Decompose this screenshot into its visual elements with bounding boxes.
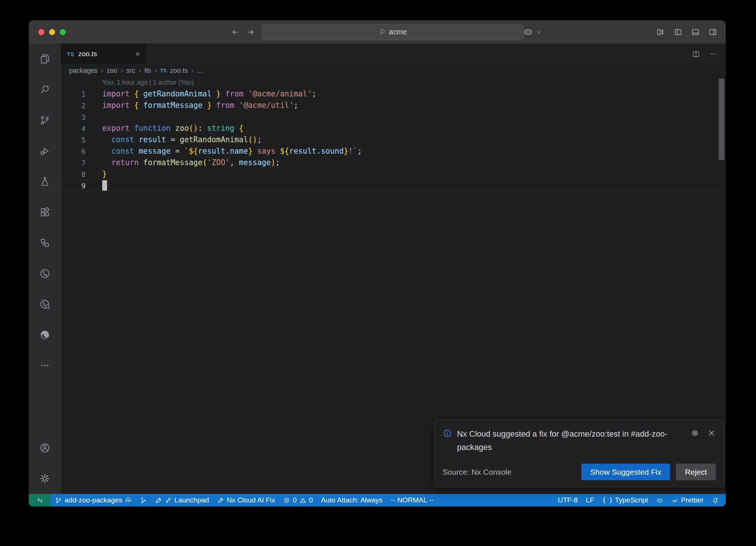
line-number: 9 (61, 182, 86, 190)
status-item-nx-cloud-ai-fix[interactable]: Nx Cloud AI Fix (213, 494, 279, 506)
activity-item-extensions[interactable] (29, 197, 61, 228)
wrench-icon (217, 497, 224, 504)
zoom-window-button[interactable] (60, 29, 66, 35)
status-label: Auto Attach: Always (321, 496, 382, 504)
search-value: acme (389, 28, 407, 36)
activity-bar (29, 44, 61, 494)
status-item-language[interactable]: { }TypeScript (598, 494, 652, 506)
notification-settings-gear-icon[interactable] (691, 429, 699, 437)
layout-panel-icon[interactable] (691, 28, 700, 37)
code-line-4: 4export function zoo(): string { (61, 123, 726, 134)
title-bar: acme (29, 20, 726, 44)
chevron-right-icon: › (191, 66, 194, 74)
activity-item-edge-tools[interactable] (29, 320, 61, 350)
line-number: 2 (61, 102, 86, 110)
back-arrow-icon[interactable] (231, 28, 240, 37)
layout-secondary-sidebar-icon[interactable] (708, 28, 717, 37)
status-item-encoding[interactable]: UTF-8 (554, 494, 582, 506)
warning-icon (299, 497, 306, 504)
activity-item-more[interactable] (29, 350, 61, 381)
notification-close-icon[interactable] (707, 429, 716, 437)
status-item-branch[interactable]: add-zoo-packages (51, 494, 136, 506)
close-window-button[interactable] (38, 29, 44, 35)
customize-layout-icon[interactable] (656, 28, 665, 37)
breadcrumb: packages›zoo›src›lib›TSzoo.ts›... (61, 64, 726, 77)
status-item-source-control-graph[interactable] (136, 494, 151, 506)
status-item-launchpad[interactable]: Launchpad (151, 494, 213, 506)
status-item-copilot[interactable] (652, 494, 667, 506)
breadcrumb-item-zoo[interactable]: zoo (107, 67, 117, 75)
status-label: LF (586, 496, 594, 504)
activity-item-nx-cloud[interactable] (29, 289, 61, 320)
window-controls (38, 20, 66, 44)
activity-item-run-debug[interactable] (29, 136, 61, 166)
activity-item-nx-project[interactable] (29, 228, 61, 258)
code-lines: 1import { getRandomAnimal } from '@acme/… (61, 88, 726, 191)
line-number: 5 (61, 136, 86, 144)
more-actions-icon[interactable] (709, 50, 718, 58)
split-editor-icon[interactable] (692, 50, 700, 58)
forward-arrow-icon[interactable] (246, 28, 255, 37)
notification-source: Source: Nx Console (443, 468, 512, 477)
breadcrumb-item-packages[interactable]: packages (69, 67, 97, 75)
status-item-auto-attach[interactable]: Auto Attach: Always (317, 494, 386, 506)
code-text: export function zoo(): string { (86, 123, 244, 134)
layout-sidebar-icon[interactable] (674, 28, 683, 37)
title-center: acme (231, 20, 524, 44)
chevron-right-icon: › (101, 66, 103, 74)
status-label: TypeScript (615, 496, 648, 504)
minimize-window-button[interactable] (49, 29, 55, 35)
bell-dot-icon (712, 497, 719, 504)
show-suggested-fix-button[interactable]: Show Suggested Fix (581, 464, 670, 480)
line-number: 7 (61, 159, 86, 167)
typescript-file-icon: TS (67, 51, 74, 57)
breadcrumb-item-src[interactable]: src (126, 67, 135, 75)
status-item-notifications[interactable] (708, 494, 723, 506)
notification-buttons: Show Suggested Fix Reject (581, 464, 716, 480)
code-line-6: 6 const message = `${result.name} says $… (61, 146, 726, 157)
search-icon (379, 28, 386, 35)
status-item-formatter[interactable]: Prettier (667, 494, 708, 506)
activity-item-search[interactable] (29, 74, 61, 105)
activity-item-accounts[interactable] (29, 433, 61, 463)
status-label: UTF-8 (558, 496, 578, 504)
notification-toast: Nx Cloud suggested a fix for @acme/zoo:t… (434, 420, 724, 487)
text-cursor (102, 180, 107, 191)
status-label: Prettier (681, 496, 704, 504)
status-label: -- NORMAL -- (391, 496, 433, 504)
notification-actions (691, 429, 716, 437)
link-icon (165, 497, 172, 504)
reject-button[interactable]: Reject (676, 464, 716, 480)
breadcrumb-symbols[interactable]: ... (197, 67, 202, 75)
remote-indicator[interactable] (29, 494, 51, 506)
notification-message: Nx Cloud suggested a fix for @acme/zoo:t… (457, 427, 686, 454)
activity-item-testing[interactable] (29, 166, 61, 197)
tab-zoo-ts[interactable]: TS zoo.ts (61, 44, 147, 64)
activity-item-source-control[interactable] (29, 105, 61, 136)
info-icon (443, 429, 452, 438)
tab-label: zoo.ts (78, 50, 97, 58)
source-control-icon (55, 497, 62, 504)
activity-item-explorer[interactable] (29, 44, 61, 74)
vertical-scrollbar[interactable] (719, 79, 724, 160)
cloud-upload-icon (125, 497, 132, 504)
breadcrumb-item-file[interactable]: zoo.ts (170, 67, 188, 75)
code-line-7: 7 return formatMessage('ZOO', message); (61, 157, 726, 168)
chevron-right-icon: › (154, 66, 157, 74)
status-item-eol[interactable]: LF (582, 494, 598, 506)
command-center-search[interactable]: acme (262, 24, 524, 40)
status-item-problems[interactable]: 00 (279, 494, 317, 506)
activity-item-settings[interactable] (29, 463, 61, 494)
double-check-icon (671, 497, 678, 504)
line-number: 4 (61, 124, 86, 133)
line-number: 8 (61, 170, 86, 178)
breadcrumb-item-lib[interactable]: lib (144, 67, 151, 75)
close-tab-icon[interactable] (135, 51, 141, 57)
status-item-vim-mode[interactable]: -- NORMAL -- (386, 494, 437, 506)
activity-item-nx-console[interactable] (29, 258, 61, 289)
status-label: 0 (309, 496, 313, 504)
layout-controls (656, 20, 717, 44)
code-line-8: 8} (61, 168, 726, 180)
copilot-menu[interactable] (523, 20, 542, 44)
tab-bar: TS zoo.ts (61, 44, 726, 64)
